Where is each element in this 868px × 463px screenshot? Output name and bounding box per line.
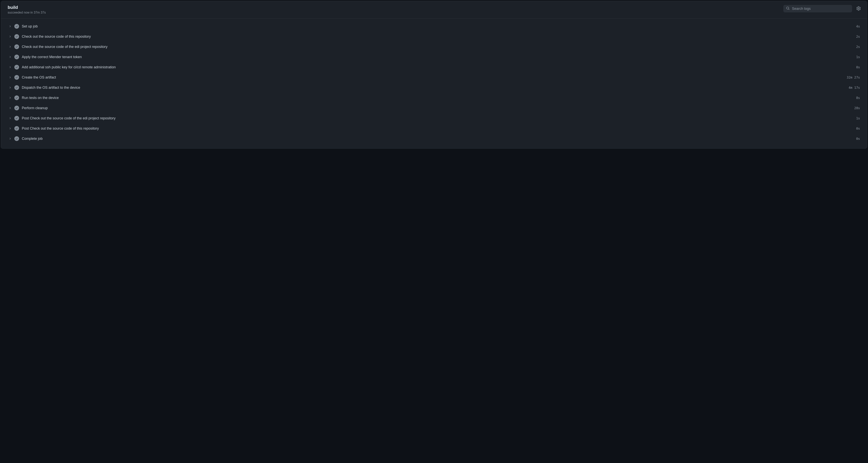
step-duration: 8s: [856, 96, 860, 100]
check-circle-icon: [14, 24, 19, 29]
step-duration: 1s: [856, 55, 860, 59]
chevron-right-icon: [8, 117, 12, 120]
step-name: Post Check out the source code of the ed…: [22, 116, 856, 120]
step-row[interactable]: Apply the correct Mender tenant token1s: [6, 52, 862, 62]
step-row[interactable]: Check out the source code of the edi pro…: [6, 42, 862, 52]
step-row[interactable]: Complete job0s: [6, 134, 862, 144]
check-circle-icon: [14, 34, 19, 39]
step-duration: 2s: [856, 35, 860, 38]
check-circle-icon: [14, 95, 19, 100]
step-duration: 32m 27s: [847, 76, 860, 79]
chevron-right-icon: [8, 25, 12, 28]
steps-list: Set up job4sCheck out the source code of…: [1, 19, 867, 148]
job-title: build: [8, 5, 46, 10]
step-row[interactable]: Post Check out the source code of this r…: [6, 123, 862, 134]
chevron-right-icon: [8, 137, 12, 140]
check-circle-icon: [14, 85, 19, 90]
step-duration: 2s: [856, 45, 860, 49]
check-circle-icon: [14, 44, 19, 49]
chevron-right-icon: [8, 127, 12, 130]
check-circle-icon: [14, 65, 19, 69]
step-duration: 4m 17s: [848, 86, 860, 90]
chevron-right-icon: [8, 45, 12, 48]
step-row[interactable]: Set up job4s: [6, 21, 862, 31]
check-circle-icon: [14, 75, 19, 80]
step-row[interactable]: Add additional ssh public key for ci/cd …: [6, 62, 862, 72]
step-duration: 0s: [856, 127, 860, 130]
step-row[interactable]: Run tests on the device8s: [6, 93, 862, 103]
step-name: Create the OS artifact: [22, 75, 847, 79]
header-left: build succeeded now in 37m 37s: [8, 5, 46, 14]
search-logs-field[interactable]: [783, 5, 852, 12]
step-duration: 28s: [854, 106, 860, 110]
step-name: Run tests on the device: [22, 96, 856, 100]
settings-button[interactable]: [856, 5, 862, 12]
step-name: Complete job: [22, 137, 856, 141]
step-name: Dispatch the OS artifact to the device: [22, 86, 848, 90]
check-circle-icon: [14, 136, 19, 141]
check-circle-icon: [14, 106, 19, 110]
header-right: [783, 5, 862, 12]
step-row[interactable]: Dispatch the OS artifact to the device4m…: [6, 82, 862, 93]
gear-icon: [857, 6, 861, 11]
step-name: Perform cleanup: [22, 106, 854, 110]
chevron-right-icon: [8, 35, 12, 38]
step-name: Check out the source code of this reposi…: [22, 35, 856, 39]
step-duration: 4s: [856, 25, 860, 28]
step-duration: 1s: [856, 117, 860, 120]
step-row[interactable]: Perform cleanup28s: [6, 103, 862, 113]
step-row[interactable]: Create the OS artifact32m 27s: [6, 72, 862, 82]
chevron-right-icon: [8, 66, 12, 69]
step-row[interactable]: Post Check out the source code of the ed…: [6, 113, 862, 123]
step-row[interactable]: Check out the source code of this reposi…: [6, 31, 862, 42]
job-status-subtitle: succeeded now in 37m 37s: [8, 11, 46, 14]
step-duration: 0s: [856, 65, 860, 69]
job-panel: build succeeded now in 37m 37s: [1, 1, 867, 148]
step-name: Apply the correct Mender tenant token: [22, 55, 856, 59]
chevron-right-icon: [8, 107, 12, 109]
step-name: Check out the source code of the edi pro…: [22, 45, 856, 49]
chevron-right-icon: [8, 96, 12, 99]
step-name: Add additional ssh public key for ci/cd …: [22, 65, 856, 69]
check-circle-icon: [14, 126, 19, 131]
step-duration: 0s: [856, 137, 860, 141]
job-header: build succeeded now in 37m 37s: [1, 1, 867, 19]
search-logs-input[interactable]: [792, 7, 849, 11]
check-circle-icon: [14, 116, 19, 121]
search-icon: [786, 6, 789, 11]
step-name: Post Check out the source code of this r…: [22, 127, 856, 131]
chevron-right-icon: [8, 76, 12, 79]
chevron-right-icon: [8, 56, 12, 58]
check-circle-icon: [14, 55, 19, 59]
step-name: Set up job: [22, 24, 856, 29]
chevron-right-icon: [8, 86, 12, 89]
